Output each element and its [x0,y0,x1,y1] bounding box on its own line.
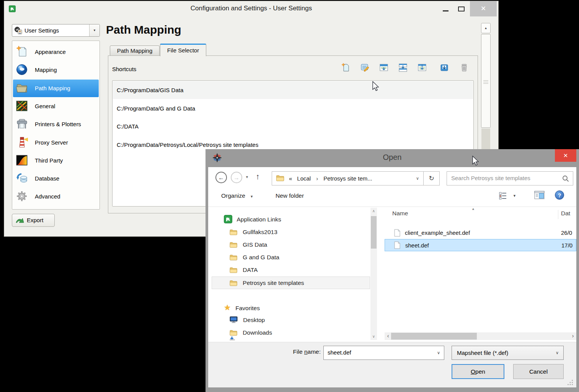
sidebar-item-path-mapping[interactable]: Path Mapping [13,80,99,97]
page-title: Path Mapping [106,23,181,36]
file-row-selected[interactable]: sheet.def 17/0 [385,239,576,251]
resize-grip-icon[interactable] [567,379,573,387]
back-button[interactable]: ← [215,172,227,183]
new-shortcut-icon[interactable] [341,63,351,73]
sidebar-item-third-party[interactable]: Third Party [13,152,99,169]
scroll-left-icon[interactable]: ‹ [385,332,391,340]
shortcuts-label: Shortcuts [112,66,136,72]
edit-shortcut-icon[interactable] [360,63,370,73]
nav-item-g-and-g-data[interactable]: G and G Data [230,251,279,264]
tab-file-selector[interactable]: File Selector [160,44,206,56]
forward-button[interactable]: → [231,172,242,183]
sidebar-item-advanced[interactable]: Advanced [13,188,99,205]
database-icon [16,172,28,185]
settings-scope-select[interactable]: User Settings ▼ [12,24,100,37]
cancel-button[interactable]: Cancel [513,364,564,379]
open-button[interactable]: Open [452,364,504,379]
sidebar-item-appearance[interactable]: Appearance [13,43,99,61]
column-header-date[interactable]: Dat [561,210,570,217]
open-dialog: Open ✕ ← → ▼ ↑ « Local › Petrosys site t… [206,149,579,392]
file-list-hscrollbar[interactable]: ‹ › [385,332,576,340]
tab-path-mapping[interactable]: Path Mapping [110,46,160,56]
nav-item-petrosys-site-templates[interactable]: Petrosys site templates [230,277,304,289]
search-input[interactable] [447,172,558,184]
globe-icon [16,63,28,76]
preview-pane-icon[interactable] [534,191,545,201]
scroll-up-icon[interactable]: ▲ [481,23,491,33]
sidebar-item-mapping[interactable]: Mapping [13,61,99,79]
breadcrumb-segment[interactable]: Petrosys site tem... [323,175,372,182]
import-icon[interactable] [439,63,449,73]
folder-icon [230,255,237,262]
scrollbar-grip [483,80,488,81]
scrollbar-thumb[interactable] [391,333,477,340]
nav-item-downloads[interactable]: Downloads [230,327,272,339]
scroll-right-icon[interactable]: › [569,332,576,340]
nav-item-partial [230,339,235,340]
dialog-title: Open [206,153,579,162]
refresh-button[interactable]: ↻ [423,171,440,185]
mouse-cursor [472,156,481,169]
color-ramp-icon [16,154,28,167]
sidebar-item-printers[interactable]: Printers & Plotters [13,115,99,133]
breadcrumb-overflow-icon[interactable]: « [289,175,292,182]
file-icon [394,229,400,238]
general-icon [16,100,28,112]
insert-top-icon[interactable] [379,63,389,73]
delete-icon[interactable] [459,63,469,73]
insert-between-icon[interactable] [398,63,408,73]
organize-menu[interactable]: Organize ▼ [221,192,253,199]
scrollbar-thumb[interactable] [481,34,491,128]
nav-scrollbar[interactable]: ∧ ∨ [370,208,377,340]
folder-icon [230,230,237,236]
lighthouse-icon [16,136,28,149]
folder-icon [276,175,284,182]
scroll-up-icon[interactable]: ∧ [370,208,377,214]
close-button[interactable]: ✕ [470,1,497,16]
user-settings-icon [14,26,22,36]
search-field[interactable] [447,171,573,185]
help-icon[interactable]: ? [555,190,564,200]
breadcrumb-segment[interactable]: Local [297,175,311,182]
view-mode-dropdown-icon[interactable]: ▼ [513,194,516,198]
new-folder-button[interactable]: New folder [276,192,304,199]
up-button[interactable]: ↑ [256,172,260,181]
shortcut-row[interactable]: C:/ProgramData/GIS Data [113,81,473,99]
file-type-select[interactable]: Mapsheet file (*.def) ∨ [452,346,564,360]
nav-item-data[interactable]: DATA [230,264,258,276]
shortcut-row[interactable]: C:/DATA [113,117,473,135]
nav-section-favorites[interactable]: ★ Favorites [224,301,260,314]
column-header-name[interactable]: Name [392,210,408,217]
dialog-body: ← → ▼ ↑ « Local › Petrosys site tem... ∨… [208,167,576,387]
settings-scope-value: User Settings [24,24,59,36]
file-name-field[interactable]: ∨ [323,346,444,360]
dialog-close-button[interactable]: ✕ [555,149,576,162]
combo-expand-icon[interactable]: ∨ [437,346,440,359]
breadcrumb-separator-icon: › [316,175,318,182]
scroll-down-icon[interactable]: ∨ [370,333,377,340]
file-row[interactable]: client_example_sheet.def 26/0 [385,227,576,239]
nav-item-desktop[interactable]: Desktop [230,314,265,326]
view-mode-icon[interactable] [498,191,507,202]
column-divider[interactable] [558,210,558,219]
file-name-input[interactable] [324,346,431,359]
maximize-button[interactable] [458,7,465,11]
address-dropdown-icon[interactable]: ∨ [416,176,419,181]
settings-category-list: Appearance Mapping Path Mapping [12,41,100,210]
nav-item-gis-data[interactable]: GIS Data [230,239,267,251]
address-bar[interactable]: « Local › Petrosys site tem... ∨ [272,171,424,185]
nav-item-gullfaks2013[interactable]: Gullfaks2013 [230,226,277,238]
shortcut-row[interactable]: C:/ProgramData/G and G Data [113,99,473,117]
export-button[interactable]: Export [12,214,55,227]
insert-table-icon[interactable] [417,63,427,73]
export-icon [16,217,25,225]
sidebar-item-proxy[interactable]: Proxy Server [13,134,99,151]
nav-section-application-links[interactable]: Application Links [224,213,281,226]
sidebar-item-general[interactable]: General [13,98,99,115]
sidebar-item-database[interactable]: Database [13,170,99,187]
chevron-down-icon[interactable]: ▼ [89,24,99,36]
minimize-button[interactable] [443,10,449,11]
history-dropdown-icon[interactable]: ▼ [245,175,249,179]
star-icon: ★ [224,303,231,312]
scrollbar-thumb[interactable] [371,216,377,249]
